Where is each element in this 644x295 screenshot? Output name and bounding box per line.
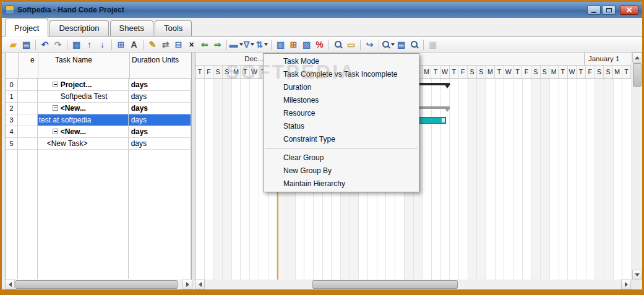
task-row-5[interactable]: 5<New Task>days [6,138,191,150]
titlebar[interactable]: Softpedia - Hand Code Project [2,2,642,18]
find-text-icon[interactable]: A [127,38,140,51]
task-row-2[interactable]: 2<New...days [6,103,191,114]
gantt-horizontal-scrollbar [195,280,631,289]
toolbar-separator [423,40,424,50]
close-button[interactable] [620,6,638,15]
vertical-scroll-thumb[interactable] [633,63,642,87]
month-label: January 1 [588,55,620,62]
split-view-icon[interactable]: ⊞ [114,38,127,51]
task-name-cell[interactable]: Project... [38,79,129,90]
column-divider[interactable] [129,53,130,79]
table-scroll-thumb[interactable] [15,280,178,289]
insert-table-icon[interactable]: ▦ [70,38,83,51]
scroll-up-button[interactable] [632,53,642,62]
menu-item-milestones[interactable]: Milestones [264,94,419,107]
gantt-scroll-thumb[interactable] [312,280,458,289]
duration-units-cell[interactable]: days [129,91,191,102]
duration-units-cell[interactable]: days [129,103,191,114]
task-row-4[interactable]: 4<New...days [6,126,191,138]
task-name-text: test at softpedia [39,114,92,126]
task-name-cell[interactable]: <New... [38,103,129,114]
column-divider[interactable] [18,53,19,79]
tab-project[interactable]: Project [5,19,48,36]
menu-item-task-complete-vs-task-incomplete[interactable]: Task Complete vs Task Incomplete [264,68,419,81]
row-number[interactable]: 4 [6,126,18,137]
percent-complete-icon[interactable]: % [313,38,326,51]
menu-item-task-mode[interactable]: Task Mode [264,55,419,68]
menu-item-new-group-by[interactable]: New Group By [264,165,419,177]
zoom-fit-icon[interactable] [408,38,421,51]
duration-units-cell[interactable]: days [129,79,191,90]
menu-item-resource[interactable]: Resource [264,107,419,120]
row-number[interactable]: 3 [6,114,18,126]
scroll-right-button[interactable] [182,280,192,289]
sort-icon[interactable]: ⇅ [255,38,268,51]
icon-glyph: ↑ [87,40,92,49]
link-tasks-icon[interactable]: ⇄ [159,38,172,51]
format-icon[interactable]: ✎ [146,38,159,51]
filter-icon[interactable]: ∇ [243,38,255,51]
calendar-icon[interactable]: ⊞ [287,38,300,51]
task-row-3[interactable]: 3test at softpediadays [6,114,191,126]
move-up-icon[interactable]: ↑ [83,38,96,51]
task-row-0[interactable]: 0Project...days [6,79,191,91]
goto-icon[interactable]: ↪ [363,38,376,51]
duration-units-cell[interactable]: days [129,114,191,126]
collapse-box-icon[interactable] [53,129,58,134]
move-down-icon[interactable]: ↓ [96,38,109,51]
undo-icon[interactable]: ↶ [38,38,51,51]
outdent-icon[interactable]: ⇐ [198,38,211,51]
menu-item-constraint-type[interactable]: Constraint Type [264,133,419,146]
column-header-duration-units[interactable]: Duration Units [132,56,179,64]
menu-item-duration[interactable]: Duration [264,81,419,94]
menu-item-clear-group[interactable]: Clear Group [264,152,419,165]
zoom-slider-icon[interactable]: ▭ [345,38,358,51]
find-task-icon[interactable] [332,38,345,51]
task-name-text: <New... [61,103,86,114]
indicator-cell [18,138,38,149]
collapse-box-icon[interactable] [53,105,58,111]
maximize-button[interactable] [602,6,616,15]
table-header: e Task Name Duration Units [6,53,191,79]
collapse-box-icon[interactable] [53,82,58,87]
scroll-left-button[interactable] [5,280,15,289]
open-file-icon[interactable]: ▰ [7,38,20,51]
bar-style-icon[interactable]: ▬ [230,38,243,51]
task-row-1[interactable]: 1Softpedia Testdays [6,91,191,103]
row-number[interactable]: 1 [6,91,18,102]
tab-description[interactable]: Description [49,20,108,36]
indent-icon[interactable]: ⇒ [211,38,224,51]
column-header-task-name[interactable]: Task Name [55,56,92,64]
export-image-icon[interactable]: ▤ [395,38,408,51]
minimize-icon [591,12,596,13]
scroll-left-button[interactable] [195,280,205,289]
task-name-cell[interactable]: <New Task> [38,138,129,149]
duration-units-cell[interactable]: days [129,126,191,137]
task-name-cell[interactable]: test at softpedia [38,114,129,126]
scroll-right-button[interactable] [621,280,631,289]
column-divider[interactable] [38,53,38,79]
row-number[interactable]: 5 [6,138,18,149]
icon-glyph: ▣ [429,40,437,49]
task-name-cell[interactable]: <New... [38,126,129,137]
menu-item-maintain-hierarchy[interactable]: Maintain Hierarchy [264,177,419,190]
insert-row-icon[interactable]: ⊟ [172,38,185,51]
minimize-button[interactable] [587,6,601,15]
group-by-icon[interactable]: ▥ [274,38,287,51]
scroll-down-button[interactable] [632,270,642,280]
task-name-cell[interactable]: Softpedia Test [38,91,129,102]
zoom-icon[interactable] [382,38,395,51]
table-rows: 0Project...days1Softpedia Testdays2<New.… [6,79,191,279]
save-icon[interactable]: ▤ [20,38,33,51]
resources-icon[interactable]: ▧ [300,38,313,51]
menu-item-status[interactable]: Status [264,120,419,133]
tab-tools[interactable]: Tools [155,20,192,36]
row-number[interactable]: 2 [6,103,18,114]
dropdown-caret-icon [264,43,268,46]
row-number[interactable]: 0 [6,79,18,90]
redo-icon[interactable]: ↷ [51,38,64,51]
toolbar-separator [111,40,112,50]
delete-task-icon[interactable]: × [185,38,198,51]
tab-sheets[interactable]: Sheets [110,20,153,36]
duration-units-cell[interactable]: days [129,138,191,149]
